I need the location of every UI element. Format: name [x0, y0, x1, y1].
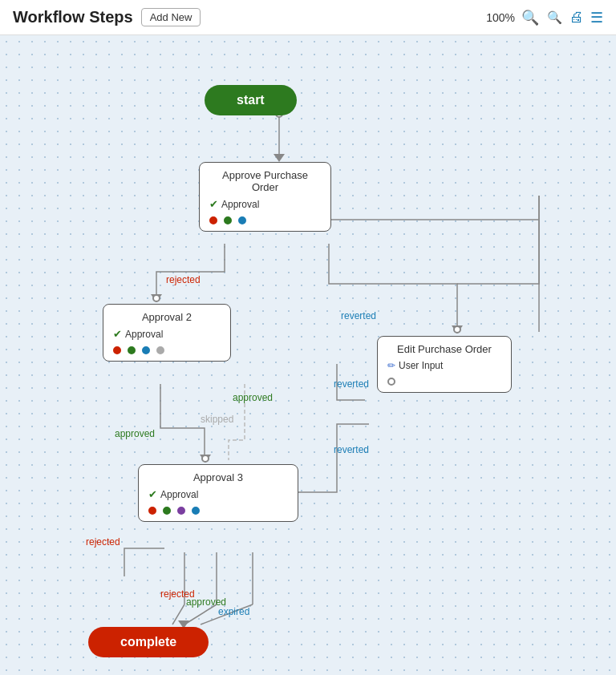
approve-po-title: Approve Purchase Order	[209, 169, 321, 193]
label-reverted1: reverted	[341, 310, 376, 321]
approve-po-action: ✔ Approval	[209, 198, 321, 210]
header-right: 100% 🔍 🔍 🖨 ☰	[486, 9, 603, 26]
port-purple-3	[177, 507, 185, 515]
label-rejected2: rejected	[86, 536, 120, 548]
port-blue	[238, 216, 246, 224]
port-green-2	[128, 346, 136, 354]
label-reverted2: reverted	[334, 378, 369, 390]
label-reverted3: reverted	[334, 444, 369, 455]
start-node[interactable]: start	[205, 85, 297, 115]
start-label: start	[237, 93, 265, 107]
label-rejected1: rejected	[166, 274, 201, 285]
label-skipped: skipped	[201, 414, 233, 425]
port-blue-3	[192, 507, 200, 515]
connector-lines	[0, 35, 616, 675]
label-approved2: approved	[115, 428, 155, 439]
dot-approval2-top	[152, 294, 160, 302]
port-white	[387, 378, 395, 386]
port-blue-2	[142, 346, 150, 354]
approval3-node[interactable]: Approval 3 ✔ Approval	[138, 464, 298, 522]
check-icon-2: ✔	[113, 328, 122, 340]
port-red	[209, 216, 217, 224]
port-gray-2	[156, 346, 164, 354]
port-red-3	[148, 507, 156, 515]
complete-node[interactable]: complete	[88, 627, 209, 657]
zoom-level: 100%	[486, 11, 515, 24]
approval3-title: Approval 3	[148, 471, 288, 483]
check-icon-3: ✔	[148, 488, 157, 500]
port-green-3	[163, 507, 171, 515]
workflow-canvas: start Approve Purchase Order ✔ Approval …	[0, 35, 616, 675]
edit-po-ports	[387, 378, 501, 386]
arrow-start-to-approve	[274, 154, 285, 162]
approval3-ports	[148, 507, 288, 515]
zoom-out-icon[interactable]: 🔍	[547, 10, 562, 25]
print-icon[interactable]: 🖨	[569, 9, 584, 26]
approval2-action: ✔ Approval	[113, 328, 221, 340]
label-approved1: approved	[233, 392, 273, 403]
edit-po-title: Edit Purchase Order	[387, 343, 501, 355]
page-title: Workflow Steps	[13, 8, 133, 26]
approval2-node[interactable]: Approval 2 ✔ Approval	[103, 304, 231, 362]
edit-po-node[interactable]: Edit Purchase Order ✏ User Input	[377, 336, 512, 393]
approval2-title: Approval 2	[113, 311, 221, 323]
pencil-icon: ✏	[387, 360, 395, 371]
menu-icon[interactable]: ☰	[590, 9, 603, 26]
complete-label: complete	[120, 635, 176, 649]
port-red-2	[113, 346, 121, 354]
port-green	[224, 216, 232, 224]
header-left: Workflow Steps Add New	[13, 8, 201, 26]
approval3-action: ✔ Approval	[148, 488, 288, 500]
add-new-button[interactable]: Add New	[141, 8, 201, 26]
label-expired: expired	[218, 606, 249, 617]
approval2-ports	[113, 346, 221, 354]
dot-approval3-top	[201, 455, 209, 463]
approve-po-ports	[209, 216, 321, 224]
edit-po-action: ✏ User Input	[387, 360, 501, 371]
approve-po-node[interactable]: Approve Purchase Order ✔ Approval	[199, 162, 331, 232]
zoom-in-icon[interactable]: 🔍	[521, 9, 539, 26]
check-icon: ✔	[209, 198, 218, 210]
header: Workflow Steps Add New 100% 🔍 🔍 🖨 ☰	[0, 0, 616, 35]
dot-editpo-top	[453, 325, 461, 333]
